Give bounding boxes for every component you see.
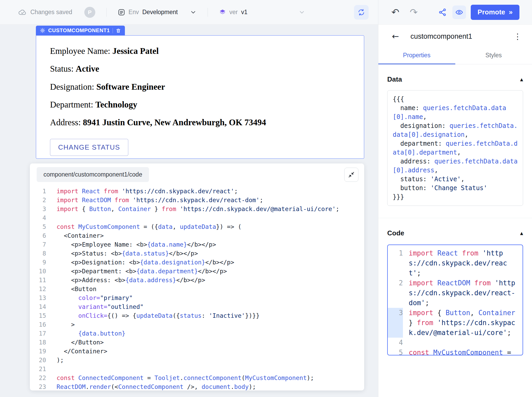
promote-chevrons-icon: »	[509, 8, 513, 16]
code-section: Code ▲ 1import React from 'https://cdn.s…	[378, 229, 532, 355]
line-number: 13	[30, 293, 46, 302]
inspector-body: ← customcomponent1 ⋮ Properties Styles D…	[378, 25, 532, 355]
builder-region: Changes saved P Env Development	[0, 0, 378, 397]
component-tag-label: CUSTOMCOMPONENT1	[48, 27, 110, 33]
code-line: 9 <p>Designation: <b>{data.designation}<…	[30, 258, 364, 267]
line-number: 3	[30, 205, 46, 213]
line-number: 6	[30, 231, 46, 240]
line-number: 20	[30, 356, 46, 365]
component-field: Address: 8941 Justin Curve, New Andrewbu…	[50, 117, 350, 127]
app-window: Changes saved P Env Development	[0, 0, 532, 397]
change-status-button[interactable]: CHANGE STATUS	[50, 139, 128, 156]
kebab-menu-icon[interactable]: ⋮	[514, 32, 522, 41]
component-fields: Employee Name: Jessica PatelStatus: Acti…	[50, 46, 350, 127]
code-line: name: queries.fetchData.data[0].name,	[393, 104, 518, 121]
component-field: Status: Active	[50, 64, 350, 74]
data-binding-editor[interactable]: {{{ name: queries.fetchData.data[0].name…	[387, 90, 523, 206]
divider	[106, 8, 107, 17]
line-number: 15	[30, 311, 46, 320]
custom-component-widget[interactable]: CUSTOMCOMPONENT1 Employee Name: Jessica …	[36, 26, 364, 159]
code-line: 2import ReactDOM from 'https://cdn.skypa…	[388, 278, 523, 308]
version-selector[interactable]: ver v1	[219, 9, 305, 16]
changes-saved-label: Changes saved	[30, 9, 72, 16]
code-line: 1import React from 'https://cdn.skypack.…	[388, 248, 523, 278]
code-line: 8 <p>Status: <b>{data.status}</b></p>	[30, 249, 364, 258]
preview-button[interactable]	[452, 5, 466, 19]
promote-button[interactable]: Promote »	[471, 5, 519, 20]
code-line: 10 <p>Department: <b>{data.department}</…	[30, 267, 364, 276]
line-number: 18	[30, 338, 46, 347]
code-line: 18 </Button>	[30, 338, 364, 347]
line-number: 7	[30, 240, 46, 249]
app-canvas[interactable]: CUSTOMCOMPONENT1 Employee Name: Jessica …	[0, 25, 378, 397]
code-line: address: queries.fetchData.data[0].addre…	[393, 157, 518, 175]
inspector-title: customcomponent1	[411, 32, 472, 41]
line-number: 10	[30, 267, 46, 276]
code-section-header[interactable]: Code ▲	[387, 229, 523, 237]
cloud-saved-icon	[18, 9, 27, 16]
code-editor[interactable]: 1import React from 'https://cdn.skypack.…	[30, 185, 364, 390]
collapse-triangle-icon[interactable]: ▲	[520, 231, 523, 236]
back-arrow-icon[interactable]: ←	[392, 31, 399, 41]
inspector-tabs: Properties Styles	[378, 47, 532, 64]
line-number: 14	[30, 302, 46, 311]
code-line: button: 'Change Status'	[393, 184, 518, 192]
line-number: 4	[30, 213, 46, 222]
component-field: Employee Name: Jessica Patel	[50, 46, 350, 56]
share-icon[interactable]	[438, 8, 447, 16]
code-line: 20);	[30, 356, 364, 365]
component-tag[interactable]: CUSTOMCOMPONENT1	[36, 26, 125, 35]
code-line: {{{	[393, 95, 518, 104]
panel-header: ↶ ↷ Promote »	[378, 0, 532, 25]
code-line: 3import { Button, Container } from 'http…	[388, 308, 523, 338]
code-editor-tab[interactable]: component/customcomponent1/code	[37, 167, 149, 182]
line-number: 23	[30, 382, 46, 390]
code-line: 3import { Button, Container } from 'http…	[30, 205, 364, 213]
line-number: 9	[30, 258, 46, 267]
code-line: designation: queries.fetchData.data[0].d…	[393, 121, 518, 139]
chevron-down-icon	[298, 9, 305, 16]
topbar: Changes saved P Env Development	[0, 0, 378, 25]
data-section-title: Data	[387, 75, 402, 83]
collapse-editor-button[interactable]	[344, 168, 358, 182]
code-panel-header: component/customcomponent1/code	[30, 163, 364, 185]
line-number: 1	[388, 248, 403, 278]
code-line: 23ReactDOM.render(<ConnectedComponent />…	[30, 382, 364, 390]
code-line: 5const MyCustomComponent = ({data, updat…	[30, 222, 364, 231]
code-editor-panel: component/customcomponent1/code 1import …	[30, 163, 364, 390]
line-number: 8	[30, 249, 46, 258]
avatar[interactable]: P	[84, 7, 95, 18]
line-number: 11	[30, 276, 46, 285]
code-line: 22const ConnectedComponent = Tooljet.con…	[30, 373, 364, 382]
promote-label: Promote	[478, 8, 505, 16]
code-line: 4​	[30, 213, 364, 222]
code-section-title: Code	[387, 229, 404, 237]
inspector-panel: ↶ ↷ Promote »	[378, 0, 532, 397]
redo-icon[interactable]: ↷	[410, 8, 418, 17]
code-line: 11 <p>Address: <b>{data.address}</b></p>	[30, 276, 364, 285]
chevron-down-icon	[190, 9, 197, 16]
code-line: 2import ReactDOM from 'https://cdn.skypa…	[30, 196, 364, 205]
code-line: 15 onClick={() => {updateData({status: '…	[30, 311, 364, 320]
trash-icon[interactable]	[116, 28, 121, 33]
code-line: 19 </Container>	[30, 347, 364, 356]
data-section-header[interactable]: Data ▲	[387, 75, 523, 83]
line-number: 3	[388, 308, 403, 338]
undo-icon[interactable]: ↶	[391, 8, 399, 17]
tab-styles[interactable]: Styles	[455, 47, 532, 64]
component-field: Designation: Software Engineer	[50, 82, 350, 92]
env-icon	[118, 8, 125, 16]
collapse-triangle-icon[interactable]: ▲	[520, 77, 523, 82]
code-line: 4​	[388, 338, 523, 348]
code-line: 21​	[30, 365, 364, 373]
code-line: 12 <Button	[30, 285, 364, 293]
line-number: 16	[30, 320, 46, 329]
environment-selector[interactable]: Env Development	[118, 8, 197, 16]
line-number: 1	[30, 187, 46, 196]
code-property-editor[interactable]: 1import React from 'https://cdn.skypack.…	[387, 245, 523, 355]
refresh-button[interactable]	[354, 5, 369, 20]
line-number: 21	[30, 365, 46, 373]
line-number: 17	[30, 329, 46, 338]
tab-properties[interactable]: Properties	[378, 47, 455, 64]
custom-component-preview: Employee Name: Jessica PatelStatus: Acti…	[36, 35, 364, 159]
